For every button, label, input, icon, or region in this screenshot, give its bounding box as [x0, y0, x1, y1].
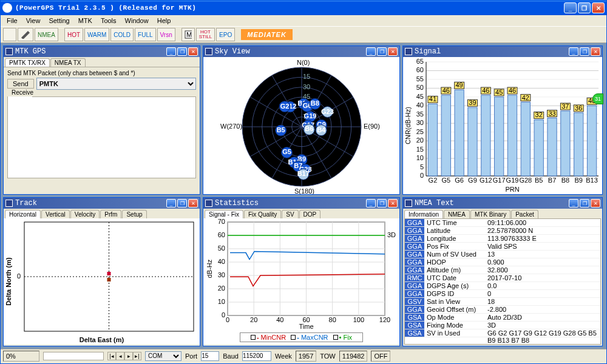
menu-file[interactable]: File: [3, 16, 21, 25]
status-baud-label: Baud: [223, 352, 239, 360]
stats-close-button[interactable]: ✕: [388, 199, 398, 207]
tab-pmtk-txrx[interactable]: PMTK TX/RX: [5, 58, 50, 67]
nmea-tag: GSA: [405, 322, 424, 329]
toolbar-vrsn-button[interactable]: Vrsn: [157, 28, 175, 41]
toolbar-cold-button[interactable]: COLD: [110, 28, 134, 41]
tab-nmea-tx[interactable]: NMEA TX: [50, 58, 86, 67]
stats-tab-signalfix[interactable]: Signal - Fix: [205, 210, 243, 218]
signal-min-button[interactable]: _: [569, 47, 578, 56]
svg-text:S(180): S(180): [294, 187, 314, 194]
nmea-tab-packet[interactable]: Packet: [511, 210, 538, 218]
toolbar-warm-button[interactable]: WARM: [84, 28, 109, 41]
stats-tab-dop[interactable]: DOP: [299, 210, 321, 218]
svg-text:B17: B17: [297, 170, 310, 177]
nmea-row[interactable]: GGADGPS ID0: [405, 290, 600, 298]
mtkgps-min-button[interactable]: _: [166, 47, 176, 56]
stats-tab-fixquality[interactable]: Fix Quality: [244, 210, 281, 218]
svg-text:20: 20: [218, 285, 225, 292]
nmea-row[interactable]: GSAFixing Mode3D: [405, 322, 600, 329]
toolbar-hotstill-button[interactable]: HOTSTILL: [196, 28, 215, 41]
nmea-key: SV in Used: [424, 329, 485, 337]
arrow-next[interactable]: ▸: [124, 352, 133, 360]
nmea-row[interactable]: GSAOp ModeAuto 2D/3D: [405, 314, 600, 322]
toolbar-pmtk-icon[interactable]: MTK: [181, 28, 195, 41]
track-tab-prfm[interactable]: Prfm: [100, 210, 121, 218]
svg-text:0: 0: [420, 172, 424, 179]
nmea-row[interactable]: GGAGeoid Offset (m)-2.800: [405, 306, 600, 314]
nmea-row[interactable]: GSASV in UsedG6 G2 G17 G9 G12 G19 G28 G5…: [405, 329, 600, 337]
track-tab-velocity[interactable]: Velocity: [70, 210, 100, 218]
track-max-button[interactable]: ❐: [177, 199, 187, 207]
minimize-button[interactable]: _: [564, 2, 577, 13]
stats-tab-sv[interactable]: SV: [282, 210, 298, 218]
mdi-client: MTK GPS _ ❐ ✕ PMTK TX/RX NMEA TX Send MT…: [1, 43, 606, 349]
stats-min-button[interactable]: _: [366, 199, 376, 207]
status-com-select[interactable]: COM: [145, 351, 181, 361]
nmea-row[interactable]: GGAHDOP0.900: [405, 258, 600, 266]
nmea-row[interactable]: GGALatitude22.57878000 N: [405, 227, 600, 235]
nmea-max-button[interactable]: ❐: [580, 199, 589, 207]
receive-box: Receive: [7, 93, 196, 178]
status-baud-input[interactable]: [242, 351, 271, 361]
track-min-button[interactable]: _: [166, 199, 176, 207]
pmtk-combo[interactable]: PMTK: [36, 78, 196, 90]
nmea-row[interactable]: GGAAltitude (m)32.800: [405, 266, 600, 274]
arrow-prev[interactable]: ◂: [116, 352, 124, 360]
nmea-tag: GGA: [405, 251, 424, 258]
menu-setting[interactable]: Setting: [45, 16, 73, 25]
svg-text:0: 0: [17, 272, 21, 280]
toolbar-blank-button[interactable]: [3, 28, 16, 41]
toolbar-mediatek-logo: MEDIATEK: [241, 29, 293, 40]
svg-rect-136: [561, 111, 570, 176]
svg-text:35: 35: [416, 110, 424, 118]
track-tab-horizontal[interactable]: Horizontal: [5, 210, 41, 218]
nmea-min-button[interactable]: _: [569, 199, 578, 207]
track-tab-setup[interactable]: Setup: [122, 210, 146, 218]
nmea-tag: GGA: [405, 282, 424, 290]
nmea-row[interactable]: RMCUTC Date2017-07-10: [405, 274, 600, 282]
toolbar-hot-button[interactable]: HOT: [64, 28, 83, 41]
nmea-key: Op Mode: [424, 314, 485, 322]
skyview-icon: [205, 48, 212, 55]
menu-help[interactable]: Help: [154, 16, 175, 25]
signal-close-button[interactable]: ✕: [591, 47, 600, 56]
nmea-tag: GGA: [405, 243, 424, 251]
skyview-max-button[interactable]: ❐: [377, 47, 387, 56]
nmea-tab-nmea[interactable]: NMEA: [444, 210, 470, 218]
close-button[interactable]: ✕: [592, 2, 605, 13]
mtkgps-max-button[interactable]: ❐: [177, 47, 187, 56]
nmea-row[interactable]: GGAPos FixValid SPS: [405, 243, 600, 251]
skyview-min-button[interactable]: _: [366, 47, 376, 56]
status-port-input[interactable]: [201, 351, 219, 361]
nmea-tab-mtkbinary[interactable]: MTK Binary: [470, 210, 510, 218]
nmea-row[interactable]: GGADGPS Age (s)0.0: [405, 282, 600, 290]
status-tow-label: TOW: [320, 352, 335, 360]
signal-max-button[interactable]: ❐: [580, 47, 589, 56]
nmea-row[interactable]: GGALongitude113.90763333 E: [405, 235, 600, 243]
skyview-close-button[interactable]: ✕: [388, 47, 398, 56]
arrow-last[interactable]: ▸|: [133, 352, 141, 360]
track-tab-vertical[interactable]: Vertical: [41, 210, 70, 218]
toolbar-nmea-button[interactable]: NMEA: [35, 28, 58, 41]
arrow-first[interactable]: |◂: [107, 352, 116, 360]
stats-max-button[interactable]: ❐: [377, 199, 387, 207]
svg-rect-132: [548, 118, 557, 176]
nmea-tab-information[interactable]: Information: [404, 210, 443, 218]
toolbar-pen-icon[interactable]: [18, 28, 33, 41]
menu-view[interactable]: View: [22, 16, 44, 25]
nmea-table[interactable]: GGAUTC Time09:11:06.000GGALatitude22.578…: [404, 218, 601, 345]
toolbar-epo-button[interactable]: EPO: [216, 28, 235, 41]
menu-window[interactable]: Window: [121, 16, 152, 25]
mtkgps-close-button[interactable]: ✕: [188, 47, 198, 56]
nmea-row[interactable]: GGAUTC Time09:11:06.000: [405, 219, 600, 227]
menu-tools[interactable]: Tools: [97, 16, 120, 25]
menu-mtk[interactable]: MTK: [75, 16, 96, 25]
toolbar-full-button[interactable]: FULL: [135, 28, 155, 41]
send-button[interactable]: Send: [7, 79, 34, 89]
nmea-row[interactable]: GGANum of SV Used13: [405, 251, 600, 258]
nmea-row[interactable]: GSVSat in View18: [405, 298, 600, 306]
nmea-close-button[interactable]: ✕: [591, 199, 600, 207]
svg-text:39: 39: [469, 99, 476, 106]
track-close-button[interactable]: ✕: [188, 199, 198, 207]
maximize-button[interactable]: ❐: [578, 2, 591, 13]
